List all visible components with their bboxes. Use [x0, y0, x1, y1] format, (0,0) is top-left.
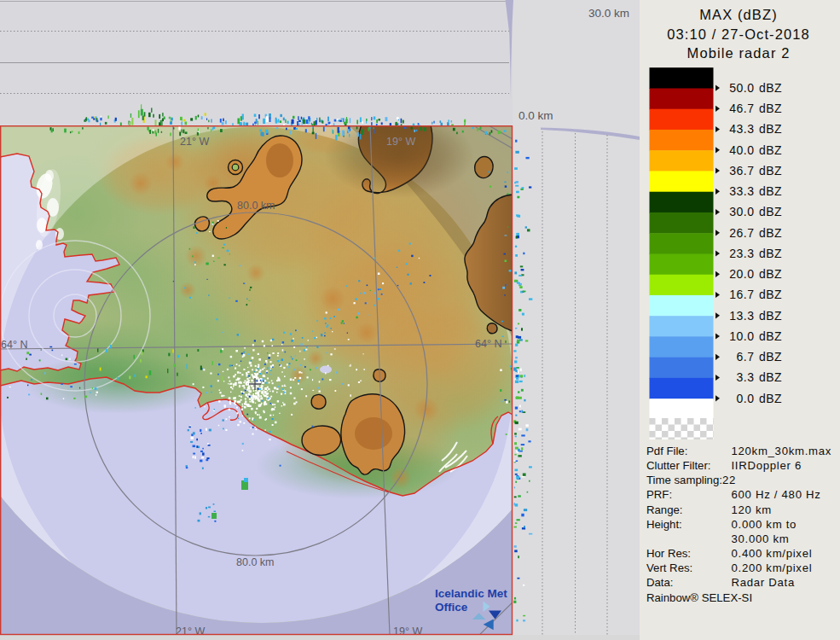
svg-text:dBZ: dBZ — [759, 205, 782, 218]
svg-text:0.0: 0.0 — [737, 392, 755, 405]
svg-text:46.7: 46.7 — [729, 102, 754, 115]
svg-text:600 Hz / 480 Hz: 600 Hz / 480 Hz — [732, 488, 821, 501]
svg-text:Office: Office — [435, 601, 468, 614]
svg-text:dBZ: dBZ — [759, 247, 782, 260]
svg-text:26.7: 26.7 — [729, 226, 754, 240]
svg-text:dBZ: dBZ — [759, 370, 782, 384]
svg-text:IIRDoppler 6: IIRDoppler 6 — [732, 459, 802, 472]
svg-text:80.0 km: 80.0 km — [236, 556, 274, 568]
svg-text:MAX (dBZ): MAX (dBZ) — [699, 7, 778, 22]
svg-text:dBZ: dBZ — [759, 164, 782, 177]
svg-text:20.0: 20.0 — [729, 267, 754, 281]
svg-text:30.0 km: 30.0 km — [588, 7, 629, 20]
svg-text:dBZ: dBZ — [759, 226, 782, 240]
svg-text:PRF:: PRF: — [646, 488, 672, 501]
svg-text:36.7: 36.7 — [729, 164, 754, 177]
svg-text:Hor Res:: Hor Res: — [646, 547, 691, 560]
svg-text:3.3: 3.3 — [737, 370, 755, 384]
svg-text:10.0: 10.0 — [729, 329, 754, 343]
svg-text:0.000 km to: 0.000 km to — [732, 518, 797, 531]
svg-text:0.400 km/pixel: 0.400 km/pixel — [732, 547, 813, 560]
svg-text:Radar Data: Radar Data — [732, 576, 795, 589]
svg-text:21° W: 21° W — [180, 136, 209, 148]
svg-text:Icelandic Met: Icelandic Met — [435, 587, 507, 600]
svg-text:30.0: 30.0 — [729, 205, 754, 218]
svg-text:Vert Res:: Vert Res: — [646, 561, 692, 574]
svg-text:120km_30km.max: 120km_30km.max — [732, 445, 832, 457]
svg-text:Range:: Range: — [646, 503, 683, 516]
svg-text:Mobile radar 2: Mobile radar 2 — [687, 45, 791, 61]
svg-text:50.0: 50.0 — [729, 81, 754, 95]
svg-text:120 km: 120 km — [732, 503, 772, 516]
svg-text:40.0: 40.0 — [729, 143, 754, 157]
svg-text:0.0 km: 0.0 km — [518, 109, 553, 122]
svg-text:Height:: Height: — [646, 518, 682, 531]
svg-text:dBZ: dBZ — [759, 392, 782, 405]
svg-text:64° N: 64° N — [1, 339, 27, 351]
svg-text:19° W: 19° W — [386, 136, 415, 148]
svg-text:13.3: 13.3 — [729, 309, 754, 323]
svg-text:64° N: 64° N — [475, 338, 501, 350]
svg-text:dBZ: dBZ — [759, 184, 782, 198]
svg-text:dBZ: dBZ — [759, 329, 782, 343]
svg-text:22: 22 — [722, 474, 736, 486]
svg-text:16.7: 16.7 — [729, 288, 754, 301]
svg-text:dBZ: dBZ — [759, 350, 782, 364]
svg-text:33.3: 33.3 — [729, 184, 754, 198]
svg-text:Time sampling:: Time sampling: — [646, 474, 722, 486]
svg-text:dBZ: dBZ — [759, 81, 782, 95]
svg-text:0.200 km/pixel: 0.200 km/pixel — [732, 561, 813, 574]
svg-text:80.0 km: 80.0 km — [237, 200, 275, 212]
svg-text:Rainbow® SELEX-SI: Rainbow® SELEX-SI — [646, 591, 752, 604]
svg-text:23.3: 23.3 — [729, 247, 754, 260]
svg-text:Data:: Data: — [646, 576, 674, 589]
svg-text:Clutter Filter:: Clutter Filter: — [646, 459, 710, 472]
svg-text:Pdf File:: Pdf File: — [646, 445, 687, 457]
svg-text:dBZ: dBZ — [759, 288, 782, 301]
svg-text:dBZ: dBZ — [759, 143, 782, 157]
svg-text:dBZ: dBZ — [759, 267, 782, 281]
svg-text:dBZ: dBZ — [759, 122, 782, 136]
svg-text:dBZ: dBZ — [759, 102, 782, 115]
svg-text:03:10 / 27-Oct-2018: 03:10 / 27-Oct-2018 — [667, 26, 810, 42]
svg-text:6.7: 6.7 — [737, 350, 755, 364]
svg-text:dBZ: dBZ — [759, 309, 782, 323]
svg-text:43.3: 43.3 — [729, 122, 754, 136]
svg-text:30.000 km: 30.000 km — [732, 532, 790, 545]
